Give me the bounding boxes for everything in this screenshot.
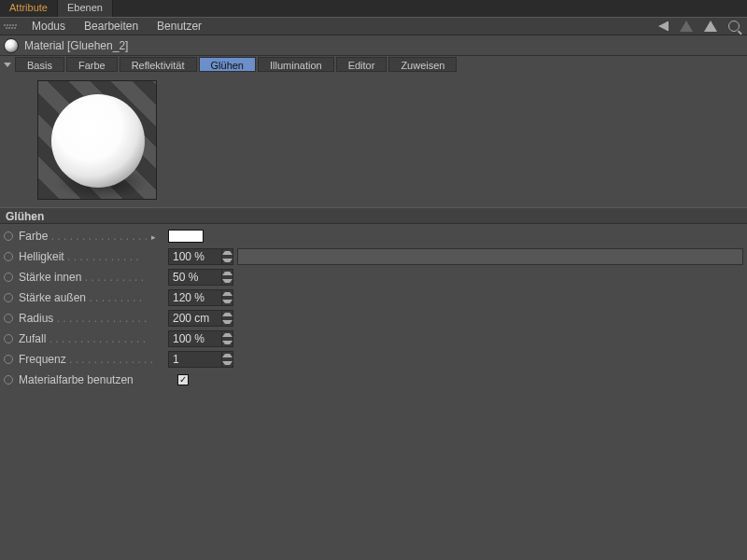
nav-back-button[interactable] [658, 21, 669, 31]
tab-reflektivitaet[interactable]: Reflektivität [120, 57, 197, 72]
row-radius: Radius . . . . . . . . . . . . . . . [4, 308, 743, 329]
tab-basis[interactable]: Basis [15, 57, 64, 72]
label-radius: Radius [19, 312, 53, 325]
menubar: Modus Bearbeiten Benutzer [0, 17, 747, 35]
input-staerke-innen[interactable] [168, 269, 222, 286]
label-farbe: Farbe [19, 230, 48, 243]
tab-zuweisen[interactable]: Zuweisen [388, 57, 457, 72]
input-frequenz[interactable] [168, 351, 222, 368]
panel-tabs: Attribute Ebenen [0, 0, 747, 17]
properties: Farbe . . . . . . . . . . . . . . . .▸ H… [0, 224, 747, 394]
input-staerke-aussen[interactable] [168, 289, 222, 306]
channel-tabs: Basis Farbe Reflektivität Glühen Illumin… [0, 56, 747, 73]
material-ball-icon [4, 38, 19, 53]
nav-up-button[interactable] [704, 21, 717, 32]
menu-benutzer[interactable]: Benutzer [148, 20, 211, 33]
anim-dot-icon[interactable] [4, 231, 13, 241]
row-materialfarbe: Materialfarbe benutzen ✓ [4, 370, 743, 390]
label-zufall: Zufall [19, 332, 46, 345]
tab-illumination[interactable]: Illumination [258, 57, 334, 72]
color-swatch[interactable] [168, 230, 204, 243]
anim-dot-icon[interactable] [4, 314, 13, 323]
slider-helligkeit[interactable] [237, 248, 743, 265]
anim-dot-icon[interactable] [4, 252, 13, 261]
checkbox-materialfarbe[interactable]: ✓ [177, 374, 189, 385]
drag-handle-icon[interactable] [4, 20, 17, 33]
anim-dot-icon[interactable] [4, 375, 13, 385]
input-helligkeit[interactable] [168, 248, 222, 265]
row-staerke-aussen: Stärke außen . . . . . . . . . [4, 287, 743, 308]
tab-gluehen[interactable]: Glühen [199, 57, 256, 72]
chevron-right-icon[interactable]: ▸ [151, 232, 156, 242]
tab-ebenen[interactable]: Ebenen [58, 0, 113, 17]
label-staerke-aussen: Stärke außen [19, 291, 86, 304]
disclosure-icon[interactable] [4, 63, 11, 67]
menu-bearbeiten[interactable]: Bearbeiten [75, 20, 148, 33]
tab-attribute[interactable]: Attribute [0, 0, 58, 17]
material-preview[interactable] [37, 80, 157, 200]
spinner-staerke-aussen[interactable] [222, 289, 233, 306]
menu-modus[interactable]: Modus [22, 20, 75, 33]
label-materialfarbe: Materialfarbe benutzen [19, 373, 134, 386]
row-zufall: Zufall . . . . . . . . . . . . . . . . [4, 329, 743, 349]
search-icon[interactable] [728, 21, 740, 32]
material-title: Material [Gluehen_2] [24, 39, 128, 52]
row-frequenz: Frequenz . . . . . . . . . . . . . . [4, 349, 743, 370]
tab-farbe[interactable]: Farbe [66, 57, 118, 72]
spinner-frequenz[interactable] [222, 351, 233, 368]
input-radius[interactable] [168, 310, 222, 327]
anim-dot-icon[interactable] [4, 334, 13, 343]
spinner-helligkeit[interactable] [222, 248, 233, 265]
section-header: Glühen [0, 207, 747, 224]
tab-editor[interactable]: Editor [336, 57, 388, 72]
label-staerke-innen: Stärke innen [19, 271, 81, 284]
preview-area [0, 73, 747, 207]
spinner-zufall[interactable] [222, 330, 233, 347]
input-zufall[interactable] [168, 330, 222, 347]
label-helligkeit: Helligkeit [19, 250, 64, 263]
anim-dot-icon[interactable] [4, 355, 13, 364]
nav-forward-button[interactable] [680, 21, 693, 32]
row-staerke-innen: Stärke innen . . . . . . . . . . [4, 267, 743, 287]
anim-dot-icon[interactable] [4, 273, 13, 282]
row-helligkeit: Helligkeit . . . . . . . . . . . . [4, 246, 743, 267]
material-header: Material [Gluehen_2] [0, 35, 747, 56]
anim-dot-icon[interactable] [4, 293, 13, 302]
spinner-staerke-innen[interactable] [222, 269, 233, 286]
label-frequenz: Frequenz [19, 353, 66, 366]
row-farbe: Farbe . . . . . . . . . . . . . . . .▸ [4, 226, 743, 246]
spinner-radius[interactable] [222, 310, 233, 327]
